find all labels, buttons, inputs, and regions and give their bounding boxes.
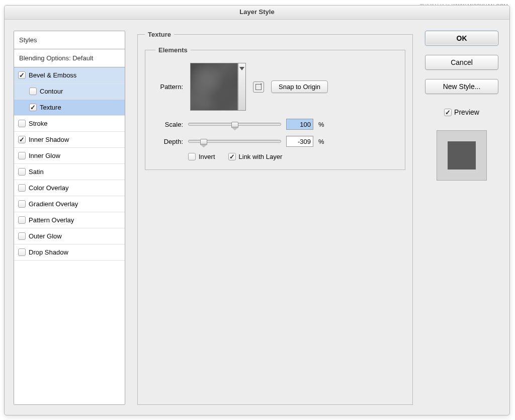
link-with-layer-label[interactable]: Link with Layer <box>228 153 283 160</box>
style-checkbox[interactable] <box>29 104 37 111</box>
style-checkbox[interactable] <box>18 152 26 159</box>
document-icon <box>255 84 262 90</box>
style-row-pattern-overlay[interactable]: Pattern Overlay <box>14 212 125 228</box>
style-checkbox[interactable] <box>18 200 26 208</box>
style-checkbox[interactable] <box>18 120 26 127</box>
style-label: Contour <box>40 88 63 95</box>
style-checkbox[interactable] <box>18 232 26 240</box>
style-label: Pattern Overlay <box>29 216 74 224</box>
style-row-outer-glow[interactable]: Outer Glow <box>14 228 125 244</box>
style-row-satin[interactable]: Satin <box>14 164 125 180</box>
style-row-texture[interactable]: Texture <box>14 100 125 116</box>
style-label: Gradient Overlay <box>29 200 78 208</box>
scale-slider[interactable] <box>188 120 281 129</box>
panel-legend-texture: Texture <box>145 31 174 38</box>
invert-checkbox-label[interactable]: Invert <box>188 153 215 160</box>
elements-fieldset: Elements Pattern: Snap to Origin Scale: <box>145 46 405 170</box>
style-checkbox[interactable] <box>18 216 26 224</box>
style-row-inner-shadow[interactable]: Inner Shadow <box>14 132 125 148</box>
new-style-button[interactable]: New Style... <box>425 79 498 94</box>
link-text: Link with Layer <box>239 153 283 160</box>
style-label: Satin <box>29 168 44 176</box>
preview-checkbox[interactable] <box>444 109 452 116</box>
style-label: Texture <box>40 104 61 111</box>
style-label: Bevel & Emboss <box>29 71 76 79</box>
style-checkbox[interactable] <box>29 88 37 95</box>
style-label: Inner Shadow <box>29 136 69 143</box>
style-label: Color Overlay <box>29 184 68 192</box>
snap-to-origin-button[interactable]: Snap to Origin <box>271 80 328 93</box>
settings-panel: Texture Elements Pattern: Snap to Origin… <box>137 31 413 405</box>
invert-text: Invert <box>199 153 215 160</box>
scale-input[interactable] <box>286 119 313 130</box>
depth-unit: % <box>318 138 324 145</box>
pattern-label: Pattern: <box>155 83 183 91</box>
style-label: Stroke <box>29 120 48 127</box>
preview-label: Preview <box>454 108 479 116</box>
style-label: Outer Glow <box>29 232 62 240</box>
depth-input[interactable] <box>286 136 313 147</box>
elements-legend: Elements <box>155 46 191 54</box>
style-checkbox[interactable] <box>18 71 26 79</box>
dialog-title: Layer Style <box>5 6 509 20</box>
style-row-color-overlay[interactable]: Color Overlay <box>14 180 125 196</box>
depth-slider[interactable] <box>188 137 281 146</box>
create-new-preset-button[interactable] <box>253 81 264 93</box>
style-row-drop-shadow[interactable]: Drop Shadow <box>14 244 125 261</box>
cancel-button[interactable]: Cancel <box>425 55 498 70</box>
depth-label: Depth: <box>155 138 183 145</box>
style-checkbox[interactable] <box>18 136 26 143</box>
style-checkbox[interactable] <box>18 184 26 192</box>
right-button-column: OK Cancel New Style... Preview <box>425 31 498 181</box>
blending-options-item[interactable]: Blending Options: Default <box>14 49 125 67</box>
pattern-dropdown-icon[interactable] <box>238 63 246 111</box>
ok-button[interactable]: OK <box>425 31 498 46</box>
scale-label: Scale: <box>155 121 183 128</box>
invert-checkbox[interactable] <box>188 153 196 160</box>
styles-sidebar: Styles Blending Options: Default Bevel &… <box>14 31 125 405</box>
preview-box <box>437 130 487 181</box>
scale-unit: % <box>318 121 324 128</box>
style-checkbox[interactable] <box>18 168 26 176</box>
link-with-layer-checkbox[interactable] <box>228 153 236 160</box>
style-label: Inner Glow <box>29 152 60 159</box>
style-row-inner-glow[interactable]: Inner Glow <box>14 148 125 164</box>
preview-inner <box>448 141 476 170</box>
style-row-stroke[interactable]: Stroke <box>14 116 125 132</box>
style-row-gradient-overlay[interactable]: Gradient Overlay <box>14 196 125 212</box>
style-row-contour[interactable]: Contour <box>14 83 125 100</box>
layer-style-dialog: Layer Style Styles Blending Options: Def… <box>4 5 510 415</box>
sidebar-header[interactable]: Styles <box>14 31 125 49</box>
style-row-bevel-emboss[interactable]: Bevel & Emboss <box>14 67 125 83</box>
style-label: Drop Shadow <box>29 248 68 256</box>
style-checkbox[interactable] <box>18 248 26 256</box>
pattern-swatch[interactable] <box>190 63 238 111</box>
